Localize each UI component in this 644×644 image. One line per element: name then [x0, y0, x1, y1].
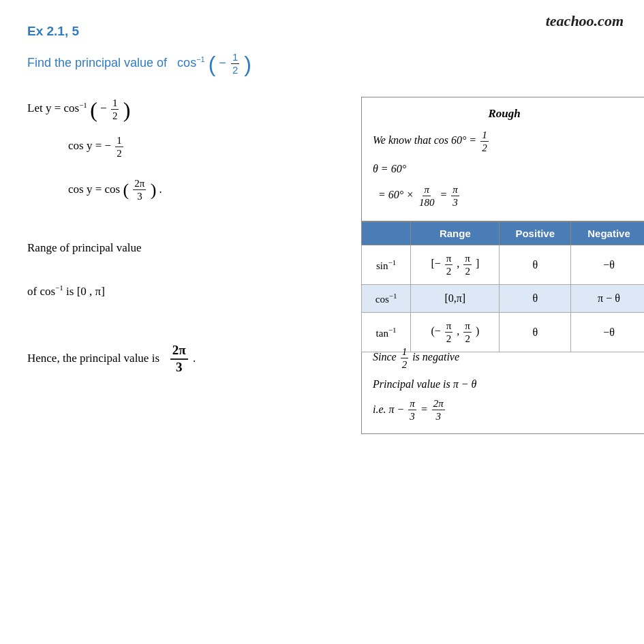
cos-range: [0,π] [411, 285, 500, 313]
note-principal: Principal value is π − θ [373, 375, 636, 393]
table-header-negative: Negative [571, 222, 645, 245]
left-column: Let y = cos−1 ( − 1 2 ) cos y = − 1 2 co [27, 97, 361, 434]
note-since: Since 1 2 is negative [373, 346, 636, 371]
sin-positive: θ [500, 245, 571, 285]
step3-line: cos y = cos ( 2π 3 ) . [68, 176, 348, 204]
main-content: Let y = cos−1 ( − 1 2 ) cos y = − 1 2 co [27, 97, 617, 434]
sin-func: sin−1 [362, 245, 411, 285]
brand-logo: teachoo.com [546, 12, 624, 30]
table-header-positive: Positive [500, 222, 571, 245]
sin-range: [− π 2 , π 2 ] [411, 245, 500, 285]
page: teachoo.com Ex 2.1, 5 Find the principal… [0, 0, 644, 644]
note-since-frac: 1 2 [401, 346, 409, 371]
exercise-title: Ex 2.1, 5 [27, 24, 617, 39]
range-label-1: Range of principal value [27, 239, 348, 258]
rough-title: Rough [373, 107, 636, 121]
rough-line2: θ = 60° [373, 159, 636, 178]
cos-positive: θ [500, 285, 571, 313]
trig-table: Range Positive Negative sin−1 [− π 2 [361, 221, 644, 352]
rough-frac3: π 3 [451, 183, 459, 209]
sin-range-frac1: π 2 [445, 252, 453, 277]
cos-func: cos−1 [362, 285, 411, 313]
range-label-2: of cos−1 is [0 , π] [27, 281, 348, 302]
problem-frac: 1 2 [231, 51, 239, 76]
table-row-cos: cos−1 [0,π] θ π − θ [362, 285, 645, 313]
rough-frac2: π 180 [418, 183, 436, 209]
cos-negative: π − θ [571, 285, 645, 313]
sin-range-frac2: π 2 [463, 252, 472, 277]
hence-line: Hence, the principal value is 2π 3 . [27, 343, 348, 375]
table-header-func [362, 222, 411, 245]
rough-box: Rough We know that cos 60° = 1 2 θ = 60°… [361, 97, 644, 221]
step3-close-paren: ) [151, 180, 157, 200]
problem-statement: Find the principal value of cos−1 ( − 1 … [27, 51, 617, 76]
step1-close-paren: ) [123, 97, 131, 122]
right-column: Rough We know that cos 60° = 1 2 θ = 60°… [361, 97, 644, 434]
answer-frac: 2π 3 [170, 343, 188, 375]
close-paren: ) [244, 52, 251, 76]
tan-range-frac2: π 2 [463, 320, 472, 345]
table-row-sin: sin−1 [− π 2 , π 2 ] [362, 245, 645, 285]
rough-frac1: 1 2 [480, 129, 489, 154]
step1-open-paren: ( [90, 97, 97, 122]
open-paren: ( [209, 52, 216, 76]
step3-open-paren: ( [123, 180, 129, 200]
step2-frac: 1 2 [115, 134, 123, 159]
table-header-range: Range [411, 222, 500, 245]
note-box: Since — Since 1 2 [361, 352, 644, 434]
note-calc: i.e. π − π 3 = 2π 3 [373, 397, 636, 423]
note-calc-frac1: π 3 [408, 397, 416, 423]
sin-negative: −θ [571, 245, 645, 285]
rough-line3: = 60° × π 180 = π 3 [373, 183, 636, 209]
step1-line: Let y = cos−1 ( − 1 2 ) [27, 97, 348, 122]
step3-frac: 2π 3 [133, 177, 146, 202]
note-calc-frac2: 2π 3 [432, 397, 445, 423]
rough-line1: We know that cos 60° = 1 2 [373, 129, 636, 154]
step1-frac: 1 2 [111, 97, 119, 122]
tan-range-frac1: π 2 [445, 320, 453, 345]
step2-line: cos y = − 1 2 [68, 134, 348, 159]
